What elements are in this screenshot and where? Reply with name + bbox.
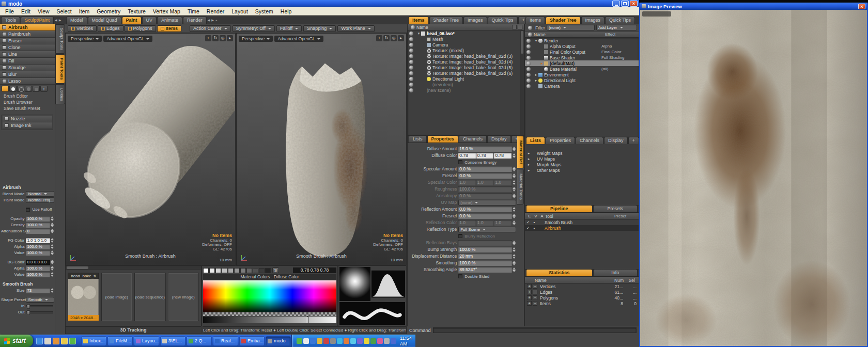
value-field[interactable]: 0.0 % bbox=[458, 213, 512, 219]
mini-spinner-icon[interactable] bbox=[513, 194, 516, 198]
brush-square-button[interactable] bbox=[33, 86, 40, 92]
quick-launch-internet-icon[interactable] bbox=[36, 338, 43, 344]
expand-plus-icon[interactable]: + bbox=[527, 290, 532, 294]
shader-tree-row[interactable]: Base ShaderFull Shading bbox=[525, 55, 639, 60]
value-field[interactable]: 73 bbox=[26, 288, 50, 293]
layout-tab-model[interactable]: Model bbox=[66, 17, 87, 24]
value-field[interactable]: 15.0 % bbox=[458, 146, 512, 152]
quick-launch-mail-icon[interactable] bbox=[61, 338, 68, 344]
value-field[interactable]: 0.0 % bbox=[458, 193, 512, 199]
shader-tree-row[interactable]: ▸(defaultMat) bbox=[525, 60, 639, 66]
value-field[interactable]: 100.0 % bbox=[458, 186, 512, 192]
rotate-icon[interactable]: ↻ bbox=[383, 35, 390, 41]
visibility-eye-icon[interactable] bbox=[409, 37, 413, 41]
item-tree-row[interactable]: Camera bbox=[408, 42, 524, 48]
add-layer-dropdown[interactable]: Add Layer bbox=[596, 25, 637, 30]
brush-soft-button[interactable] bbox=[17, 86, 24, 92]
panel-tab-display[interactable]: Display bbox=[487, 135, 511, 143]
viewport-3d-right[interactable]: Perspective Advanced OpenGL +↻◎▸ No Item… bbox=[236, 33, 407, 265]
color-component-field[interactable]: 1.0 bbox=[458, 220, 476, 226]
expand-plus-icon[interactable]: + bbox=[527, 295, 532, 300]
preset-column-header[interactable]: Preset bbox=[614, 214, 637, 218]
item-tree-row[interactable]: Texture: Image: head_bake_final_02d (5) bbox=[408, 65, 524, 70]
tray-app-icon[interactable] bbox=[350, 338, 356, 344]
value-field[interactable]: 100.0 % bbox=[458, 260, 512, 266]
effect-column-header[interactable]: Effect bbox=[605, 32, 637, 37]
item-tree-row[interactable]: (new scene) bbox=[408, 87, 524, 93]
hue-saturation-picker[interactable] bbox=[203, 280, 336, 312]
pan-icon[interactable]: + bbox=[376, 35, 382, 41]
shader-tree-header[interactable]: Name Effect bbox=[525, 31, 639, 38]
color-swatch[interactable] bbox=[209, 268, 215, 273]
menu-item[interactable]: Item bbox=[75, 8, 93, 15]
slider-handle[interactable] bbox=[27, 310, 30, 315]
collapse-minus-icon[interactable]: − bbox=[533, 295, 537, 300]
name-column-header[interactable]: Name bbox=[526, 278, 606, 283]
visibility-eye-icon[interactable] bbox=[526, 39, 531, 43]
visibility-eye-icon[interactable] bbox=[409, 31, 413, 36]
thumbnail-scrollbar[interactable] bbox=[66, 266, 201, 270]
task-button-filem[interactable]: FileM... bbox=[107, 336, 133, 346]
item-tree-row[interactable]: Texture: (mixed) bbox=[408, 48, 524, 53]
zoom-icon[interactable]: ◎ bbox=[391, 35, 397, 41]
viewport-menu-icon[interactable]: ▸ bbox=[398, 35, 404, 41]
pipeline-header[interactable]: E V A Tool Preset bbox=[525, 213, 639, 219]
color-component-field[interactable]: 1.0 bbox=[494, 180, 512, 185]
brush-tool-airbrush[interactable]: Airbrush bbox=[0, 24, 55, 31]
layout-tab-render[interactable]: Render bbox=[183, 17, 207, 24]
menu-file[interactable]: File bbox=[2, 8, 18, 15]
toolbar-dropdown-symmetry-off[interactable]: Symmetry: Off bbox=[233, 25, 275, 32]
layout-tab-animate[interactable]: Animate bbox=[157, 17, 182, 24]
visibility-eye-icon[interactable] bbox=[526, 61, 531, 66]
color-swatch[interactable] bbox=[203, 268, 209, 273]
layout-tab-paint[interactable]: Paint bbox=[122, 17, 142, 24]
mini-spinner-icon[interactable] bbox=[51, 288, 54, 293]
tray-app-icon[interactable] bbox=[344, 338, 349, 344]
toolbar-dropdown-snapping[interactable]: Snapping bbox=[303, 25, 336, 32]
mini-spinner-icon[interactable] bbox=[513, 180, 516, 185]
titlebar[interactable]: modo × bbox=[0, 0, 639, 7]
viewport-3d-left[interactable]: Perspective Advanced OpenGL +↻◎▸ No Item… bbox=[65, 33, 236, 265]
brush-tool-line[interactable]: Line bbox=[0, 51, 55, 58]
visibility-eye-icon[interactable] bbox=[526, 56, 531, 60]
stone-column-object[interactable] bbox=[237, 34, 406, 265]
color-component-field[interactable]: 1.0 bbox=[494, 220, 512, 226]
value-field[interactable]: 0 bbox=[26, 229, 50, 234]
mini-spinner-icon[interactable] bbox=[51, 260, 54, 264]
layout-tab-tools[interactable]: Tools bbox=[1, 17, 20, 24]
link-save-brush-preset[interactable]: Save Brush Preset bbox=[0, 105, 55, 112]
visibility-eye-icon[interactable] bbox=[409, 88, 413, 92]
minimize-button[interactable] bbox=[612, 1, 620, 7]
expand-plus-icon[interactable]: + bbox=[527, 284, 532, 289]
quick-launch-media-icon[interactable] bbox=[53, 338, 59, 344]
value-field[interactable]: 100.0 % bbox=[26, 272, 50, 277]
shader-tree-row[interactable]: ▸Directional Light bbox=[525, 77, 639, 83]
layout-tab-uv[interactable]: UV bbox=[142, 17, 157, 24]
mini-spinner-icon[interactable] bbox=[513, 254, 516, 259]
twisty-icon[interactable]: ▾ bbox=[416, 31, 421, 36]
vertical-tab-paint-tools[interactable]: Paint Tools bbox=[55, 54, 65, 84]
vertex-map-row[interactable]: ▸Morph Maps bbox=[525, 162, 639, 167]
preview-options-button[interactable] bbox=[642, 11, 671, 17]
panel-tab-items[interactable]: Items bbox=[525, 17, 545, 24]
panel-tab-pipeline[interactable]: Pipeline bbox=[526, 205, 593, 212]
mini-spinner-icon[interactable] bbox=[51, 266, 54, 271]
brush-tool-lasso[interactable]: Lasso bbox=[0, 78, 55, 85]
panel-tab-channels[interactable]: Channels bbox=[459, 135, 487, 143]
mini-spinner-icon[interactable] bbox=[513, 214, 516, 218]
task-button-layou[interactable]: Layou... bbox=[134, 336, 159, 346]
visibility-eye-icon[interactable] bbox=[409, 77, 413, 81]
mini-spinner-icon[interactable] bbox=[513, 220, 516, 225]
tray-app-icon[interactable] bbox=[357, 338, 363, 344]
panel-tab-lists[interactable]: Lists bbox=[526, 137, 545, 144]
visibility-eye-icon[interactable] bbox=[409, 66, 413, 70]
layout-tab-sculpt-paint[interactable]: Sculpt/Paint bbox=[21, 17, 54, 24]
toolbar-dropdown-work-plane[interactable]: Work Plane bbox=[337, 25, 374, 32]
checkbox[interactable] bbox=[458, 234, 462, 238]
image-preview-close-button[interactable]: × bbox=[858, 4, 865, 9]
image-preview-canvas[interactable] bbox=[640, 10, 867, 346]
mini-spinner-icon[interactable] bbox=[513, 241, 516, 245]
mini-spinner-icon[interactable] bbox=[51, 244, 54, 249]
quick-launch-folder-icon[interactable] bbox=[69, 338, 76, 344]
filter-dropdown[interactable]: (none) bbox=[547, 25, 595, 30]
